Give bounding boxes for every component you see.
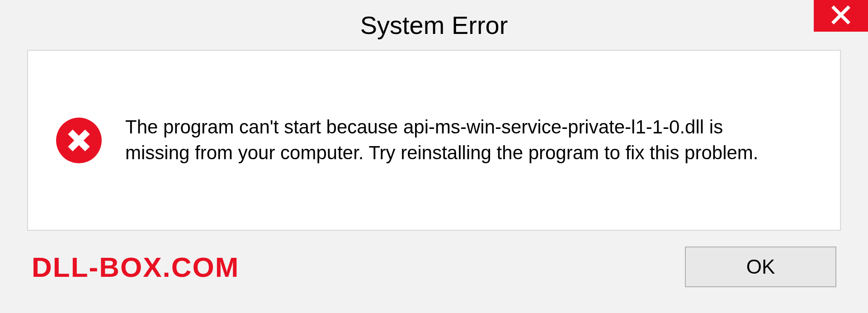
error-icon bbox=[55, 117, 103, 164]
dialog-titlebar: System Error bbox=[0, 0, 868, 54]
watermark-text: DLL-BOX.COM bbox=[32, 251, 239, 283]
dialog-footer: DLL-BOX.COM OK bbox=[27, 231, 841, 303]
ok-button[interactable]: OK bbox=[685, 247, 836, 287]
close-icon bbox=[831, 5, 850, 26]
dialog-title: System Error bbox=[360, 10, 508, 40]
dialog-content-panel: The program can't start because api-ms-w… bbox=[27, 50, 841, 231]
dialog-message: The program can't start because api-ms-w… bbox=[125, 114, 781, 166]
close-button[interactable] bbox=[814, 0, 868, 32]
